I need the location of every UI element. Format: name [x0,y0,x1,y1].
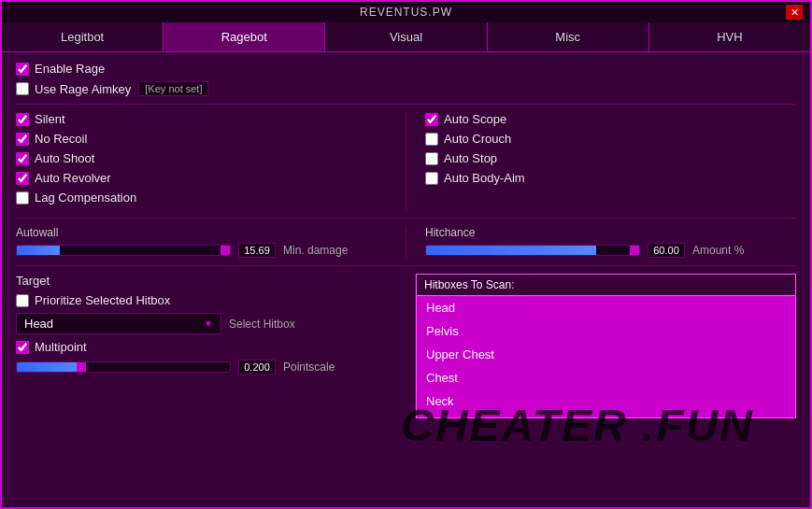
auto-body-aim-checkbox[interactable] [425,172,438,185]
auto-scope-row: Auto Scope [425,112,796,126]
auto-scope-checkbox-group[interactable]: Auto Scope [425,112,506,126]
multipoint-checkbox-group[interactable]: Multipoint [16,340,87,354]
aimkey-checkbox[interactable] [16,82,29,95]
multipoint-row: Multipoint [16,340,396,354]
hitchance-fill [426,246,596,255]
auto-stop-label: Auto Stop [444,151,497,165]
tab-hvh[interactable]: HVH [649,22,810,51]
auto-stop-checkbox-group[interactable]: Auto Stop [425,151,497,165]
pointscale-thumb [77,362,86,372]
sliders-section: Autowall 15.69 Min. damage Hitchance [16,226,796,258]
lag-compensation-checkbox-group[interactable]: Lag Compensation [16,191,136,205]
autowall-fill [17,246,60,255]
title-bar: REVENTUS.PW ✕ [2,2,810,22]
tab-legitbot[interactable]: Legitbot [2,22,164,51]
autowall-label: Autowall [16,226,387,239]
hitbox-dropdown: Head ▼ Select Hitbox [16,313,396,334]
select-hitbox-label: Select Hitbox [229,318,295,331]
hitbox-item-neck[interactable]: Neck [417,389,795,413]
selected-hitbox-value: Head [24,317,53,331]
silent-checkbox[interactable] [16,113,29,126]
hitbox-item-left-forearm[interactable]: Left Forearm [417,413,795,417]
autowall-unit: Min. damage [283,244,348,257]
autowall-slider-row: 15.69 Min. damage [16,243,387,258]
prioritize-checkbox-group[interactable]: Prioritize Selected Hitbox [16,293,170,307]
enable-rage-label: Enable Rage [35,62,105,76]
auto-revolver-label: Auto Revolver [35,171,111,185]
enable-rage-checkbox[interactable] [16,63,29,76]
pointscale-track[interactable] [16,361,231,373]
hitbox-item-chest[interactable]: Chest [417,366,795,389]
auto-body-aim-label: Auto Body-Aim [444,171,525,185]
target-section: Target Prioritize Selected Hitbox Head ▼… [16,274,796,418]
target-left: Target Prioritize Selected Hitbox Head ▼… [16,274,415,418]
auto-shoot-checkbox-group[interactable]: Auto Shoot [16,151,94,165]
hitchance-unit: Amount % [692,244,744,257]
lag-compensation-checkbox[interactable] [16,191,29,205]
silent-checkbox-group[interactable]: Silent [16,112,65,126]
no-recoil-checkbox-group[interactable]: No Recoil [16,132,87,146]
tab-misc[interactable]: Misc [488,22,649,51]
hitboxes-to-scan-right: Hitboxes To Scan: Head Pelvis Upper Ches… [415,274,796,418]
hitchance-value: 60.00 [648,243,685,258]
auto-revolver-checkbox[interactable] [16,172,29,185]
enable-rage-row: Enable Rage [16,62,796,76]
target-title: Target [16,274,396,288]
auto-shoot-checkbox[interactable] [16,152,29,165]
pointscale-fill [17,362,80,372]
tab-visual[interactable]: Visual [325,22,487,51]
silent-label: Silent [35,112,65,126]
auto-crouch-row: Auto Crouch [425,132,796,146]
prioritize-row: Prioritize Selected Hitbox [16,293,396,307]
aimkey-checkbox-group[interactable]: Use Rage Aimkey [16,82,131,96]
ragebot-content: Enable Rage Use Rage Aimkey [Key not set… [2,52,810,505]
close-button[interactable]: ✕ [786,5,803,20]
auto-crouch-label: Auto Crouch [444,132,511,146]
tab-ragebot[interactable]: Ragebot [164,22,325,51]
auto-body-aim-checkbox-group[interactable]: Auto Body-Aim [425,171,525,185]
dropdown-arrow-icon: ▼ [204,318,213,329]
pointscale-value: 0.200 [238,360,276,375]
autowall-section: Autowall 15.69 Min. damage [16,226,406,258]
autowall-thumb [221,246,230,255]
lag-compensation-label: Lag Compensation [35,191,136,205]
auto-stop-checkbox[interactable] [425,152,438,165]
no-recoil-row: No Recoil [16,132,387,146]
lag-compensation-row: Lag Compensation [16,191,387,205]
auto-stop-row: Auto Stop [425,151,796,165]
no-recoil-label: No Recoil [35,132,87,146]
auto-scope-label: Auto Scope [444,112,506,126]
hitboxes-panel: Hitboxes To Scan: Head Pelvis Upper Ches… [416,274,796,418]
multipoint-checkbox[interactable] [16,341,29,354]
silent-row: Silent [16,112,387,126]
hitbox-item-pelvis[interactable]: Pelvis [417,319,795,343]
divider-1 [16,104,796,105]
no-recoil-checkbox[interactable] [16,133,29,146]
divider-2 [16,218,796,219]
auto-crouch-checkbox[interactable] [425,133,438,146]
hitchance-label: Hitchance [425,226,796,239]
hitbox-item-head[interactable]: Head [417,296,795,319]
hitchance-thumb [630,246,639,255]
auto-shoot-row: Auto Shoot [16,151,387,165]
auto-scope-checkbox[interactable] [425,113,438,126]
prioritize-checkbox[interactable] [16,294,29,307]
pointscale-row: 0.200 Pointscale [16,360,396,375]
autowall-track[interactable] [16,245,231,256]
options-two-col: Silent No Recoil Auto Shoot [16,112,796,210]
tab-bar: Legitbot Ragebot Visual Misc HVH [2,22,810,52]
aimkey-row: Use Rage Aimkey [Key not set] [16,81,796,96]
hitbox-item-upper-chest[interactable]: Upper Chest [417,343,795,366]
auto-crouch-checkbox-group[interactable]: Auto Crouch [425,132,511,146]
enable-rage-checkbox-group[interactable]: Enable Rage [16,62,105,76]
left-options: Silent No Recoil Auto Shoot [16,112,406,210]
auto-revolver-checkbox-group[interactable]: Auto Revolver [16,171,111,185]
auto-revolver-row: Auto Revolver [16,171,387,185]
key-badge[interactable]: [Key not set] [138,81,208,96]
hitchance-track[interactable] [425,245,640,256]
right-options: Auto Scope Auto Crouch Auto Stop [406,112,796,210]
pointscale-label: Pointscale [283,361,335,374]
auto-shoot-label: Auto Shoot [35,151,94,165]
hitbox-select-box[interactable]: Head ▼ [16,313,221,334]
aimkey-label: Use Rage Aimkey [35,82,131,96]
